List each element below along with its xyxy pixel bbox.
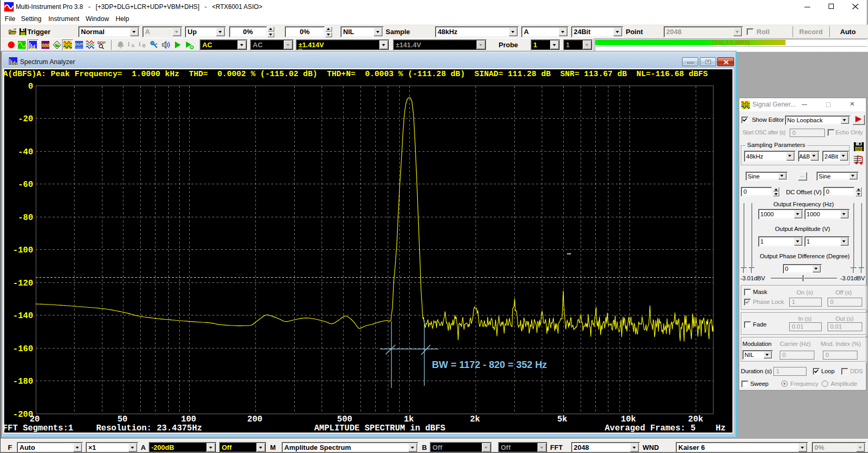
svg-text:-80: -80 [18, 213, 33, 223]
svg-text:AMPLITUDE SPECTRUM in dBFS: AMPLITUDE SPECTRUM in dBFS [314, 424, 446, 432]
svg-text:Averaged Frames: 5: Averaged Frames: 5 [605, 424, 696, 432]
svg-text:0: 0 [28, 82, 33, 91]
svg-text:FFT Segments:1: FFT Segments:1 [4, 424, 73, 432]
svg-text:5k: 5k [557, 415, 567, 424]
svg-text:200: 200 [247, 415, 263, 424]
svg-text:-60: -60 [18, 180, 33, 189]
svg-text:10k: 10k [621, 415, 636, 424]
svg-text:B: B [142, 43, 146, 48]
svg-text:A: A [131, 43, 135, 48]
svg-text:P: P [103, 40, 106, 45]
svg-text:-180: -180 [13, 377, 33, 386]
svg-text:DUT: DUT [75, 42, 84, 47]
svg-text:-160: -160 [13, 344, 33, 354]
svg-text:50: 50 [117, 415, 127, 424]
svg-text:20k: 20k [688, 415, 704, 424]
svg-text:Resolution: 23.4375Hz: Resolution: 23.4375Hz [96, 424, 202, 432]
svg-text:-100: -100 [13, 246, 33, 255]
svg-text:-20: -20 [18, 114, 33, 124]
svg-text:-140: -140 [13, 311, 33, 321]
svg-text:1k: 1k [404, 415, 414, 424]
svg-text:20: 20 [29, 415, 39, 424]
svg-text:-120: -120 [13, 279, 33, 288]
svg-text:500: 500 [337, 415, 353, 424]
svg-text:888: 888 [42, 43, 50, 49]
svg-text:2k: 2k [470, 415, 480, 424]
svg-text:-40: -40 [18, 148, 33, 157]
svg-text:Hz: Hz [716, 424, 726, 432]
svg-text:BW = 1172 - 820 = 352 Hz: BW = 1172 - 820 = 352 Hz [432, 359, 547, 370]
svg-text:100: 100 [181, 415, 197, 424]
